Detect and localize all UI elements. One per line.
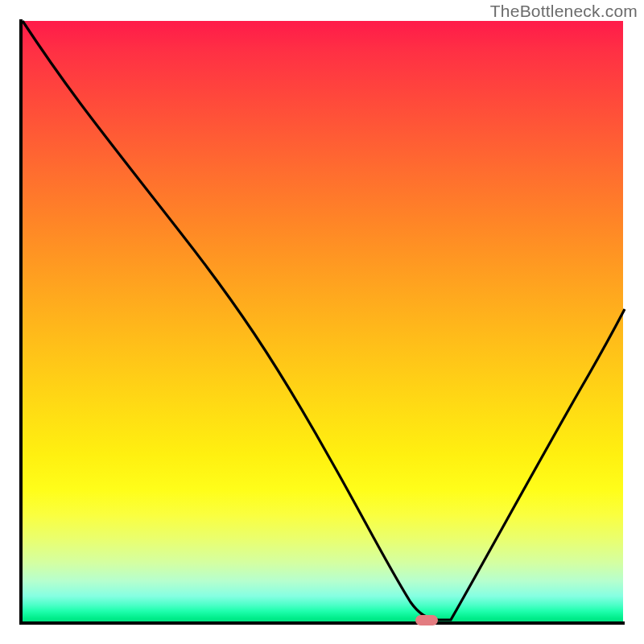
watermark-text: TheBottleneck.com [490, 2, 638, 21]
axis-frame [19, 19, 625, 625]
optimal-point-marker [415, 615, 438, 625]
bottleneck-chart: TheBottleneck.com [0, 0, 644, 644]
